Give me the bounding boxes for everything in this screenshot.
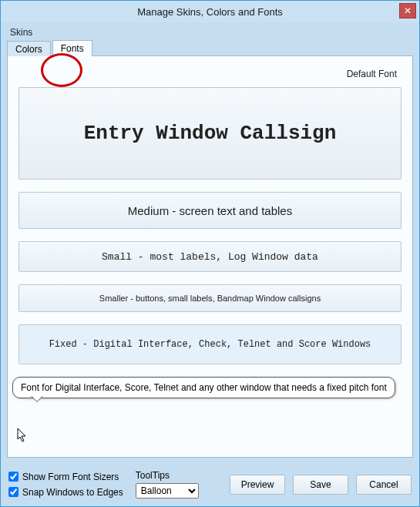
tooltips-select[interactable]: Balloon: [136, 483, 199, 499]
cancel-button[interactable]: Cancel: [356, 475, 412, 495]
manage-fonts-window: Manage Skins, Colors and Fonts ✕ Skins C…: [0, 0, 420, 507]
snap-windows-checkbox[interactable]: [8, 487, 18, 497]
close-button[interactable]: ✕: [399, 3, 416, 18]
bottom-bar: Show Form Font Sizers Snap Windows to Ed…: [1, 464, 419, 506]
show-font-sizers-label: Show Form Font Sizers: [22, 472, 119, 482]
tab-strip: Colors Fonts: [7, 39, 413, 56]
window-title: Manage Skins, Colors and Fonts: [137, 6, 283, 18]
cursor-icon: [17, 428, 29, 443]
tab-fonts[interactable]: Fonts: [52, 40, 92, 56]
save-button[interactable]: Save: [293, 475, 348, 495]
font-small-button[interactable]: Small - most labels, Log Window data: [18, 241, 402, 272]
show-font-sizers-row[interactable]: Show Form Font Sizers: [8, 472, 123, 482]
snap-windows-row[interactable]: Snap Windows to Edges: [8, 487, 123, 498]
client-area: Skins Colors Fonts Default Font Entry Wi…: [1, 22, 419, 464]
font-fixed-button[interactable]: Fixed - Digital Interface, Check, Telnet…: [18, 324, 402, 364]
tooltips-group: ToolTips Balloon: [136, 470, 199, 499]
tab-colors[interactable]: Colors: [7, 41, 51, 56]
font-smaller-button[interactable]: Smaller - buttons, small labels, Bandmap…: [18, 284, 402, 312]
checkbox-column: Show Form Font Sizers Snap Windows to Ed…: [8, 472, 123, 498]
tooltip-balloon: Font for Digital Interface, Score, Telne…: [12, 377, 395, 398]
show-font-sizers-checkbox[interactable]: [8, 472, 18, 482]
preview-button[interactable]: Preview: [230, 475, 285, 495]
skins-label: Skins: [10, 27, 413, 38]
tooltips-label: ToolTips: [136, 470, 199, 481]
font-callsign-button[interactable]: Entry Window Callsign: [18, 87, 402, 180]
titlebar: Manage Skins, Colors and Fonts ✕: [1, 1, 419, 22]
fonts-panel: Default Font Entry Window Callsign Mediu…: [7, 56, 413, 458]
default-font-label: Default Font: [18, 69, 397, 79]
font-medium-button[interactable]: Medium - screen text and tables: [18, 192, 402, 229]
snap-windows-label: Snap Windows to Edges: [22, 487, 123, 498]
